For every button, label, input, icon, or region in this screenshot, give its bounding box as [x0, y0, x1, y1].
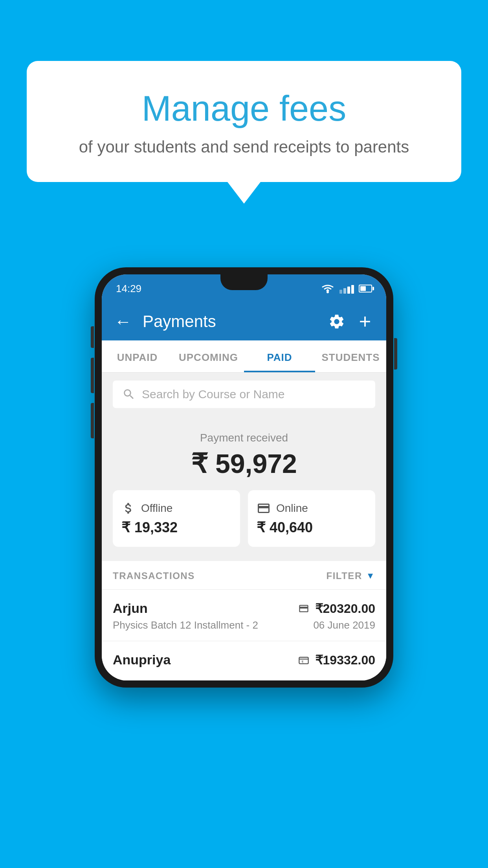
- speech-bubble-title: Manage fees: [50, 88, 438, 129]
- transactions-header: TRANSACTIONS FILTER ▼: [102, 561, 386, 590]
- search-box[interactable]: Search by Course or Name: [113, 381, 375, 408]
- phone-side-btn-silent: [91, 326, 94, 348]
- transaction-amount-wrap: ₹20320.00: [297, 601, 375, 616]
- status-bar: 14:29: [102, 274, 386, 303]
- filter-icon: ▼: [366, 571, 375, 581]
- phone-screen: 14:29: [102, 274, 386, 680]
- phone-side-btn-vol-up: [91, 358, 94, 393]
- tabs-bar: UNPAID UPCOMING PAID STUDENTS: [102, 340, 386, 373]
- search-icon: [122, 388, 136, 401]
- phone-wrapper: 14:29: [95, 267, 393, 688]
- svg-point-0: [327, 291, 329, 293]
- transaction-amount: ₹19332.00: [315, 653, 375, 668]
- wifi-icon: [321, 283, 335, 294]
- card-payment-icon: [297, 603, 310, 614]
- online-label: Online: [276, 502, 308, 515]
- transaction-amount: ₹20320.00: [315, 601, 375, 616]
- status-icons: [321, 283, 372, 294]
- search-container: Search by Course or Name: [102, 373, 386, 416]
- payment-cards: Offline ₹ 19,332 Online ₹ 40,640: [113, 490, 375, 547]
- filter-button[interactable]: FILTER ▼: [327, 570, 376, 581]
- tab-students[interactable]: STUDENTS: [315, 340, 386, 372]
- app-title: Payments: [143, 312, 328, 331]
- speech-bubble-pointer: [227, 182, 261, 204]
- transaction-course: Physics Batch 12 Installment - 2: [113, 619, 258, 631]
- transaction-row-top: Arjun ₹20320.00: [113, 601, 375, 616]
- online-payment-card: Online ₹ 40,640: [248, 490, 375, 547]
- svg-text:₹: ₹: [301, 660, 304, 664]
- header-icons: [328, 313, 374, 330]
- signal-bars-icon: [339, 283, 354, 294]
- online-payment-icon: [257, 501, 271, 515]
- speech-bubble: Manage fees of your students and send re…: [27, 61, 461, 182]
- phone-side-btn-vol-down: [91, 403, 94, 438]
- settings-icon[interactable]: [328, 313, 345, 330]
- phone-outer: 14:29: [95, 267, 393, 688]
- tab-paid[interactable]: PAID: [244, 340, 315, 372]
- phone-side-btn-power: [394, 338, 397, 370]
- battery-icon: [359, 285, 372, 292]
- cash-payment-icon: ₹: [297, 655, 310, 666]
- transaction-row[interactable]: Anupriya ₹ ₹19332.00: [102, 641, 386, 680]
- back-button[interactable]: ←: [114, 312, 132, 331]
- transaction-amount-wrap: ₹ ₹19332.00: [297, 653, 375, 668]
- tab-upcoming[interactable]: UPCOMING: [173, 340, 244, 372]
- transaction-row-top: Anupriya ₹ ₹19332.00: [113, 652, 375, 668]
- status-time: 14:29: [116, 283, 141, 295]
- transaction-name: Arjun: [113, 601, 148, 616]
- add-icon[interactable]: [356, 313, 374, 330]
- transaction-row-bottom: Physics Batch 12 Installment - 2 06 June…: [113, 619, 375, 631]
- offline-amount: ₹ 19,332: [121, 519, 178, 536]
- filter-text: FILTER: [327, 570, 362, 581]
- offline-label: Offline: [141, 502, 172, 515]
- transaction-date: 06 June 2019: [313, 619, 375, 631]
- online-amount: ₹ 40,640: [257, 519, 313, 536]
- offline-card-header: Offline: [121, 501, 172, 515]
- notch-cutout: [220, 274, 268, 290]
- search-placeholder-text: Search by Course or Name: [142, 388, 285, 401]
- payment-total-amount: ₹ 59,972: [113, 448, 375, 479]
- offline-payment-icon: [121, 501, 136, 515]
- payment-summary: Payment received ₹ 59,972 Offline ₹ 19,3…: [102, 416, 386, 561]
- speech-bubble-container: Manage fees of your students and send re…: [27, 61, 461, 204]
- tab-unpaid[interactable]: UNPAID: [102, 340, 173, 372]
- transaction-row[interactable]: Arjun ₹20320.00 Physics Batch 12 Install…: [102, 590, 386, 641]
- speech-bubble-subtitle: of your students and send receipts to pa…: [50, 138, 438, 156]
- transactions-label: TRANSACTIONS: [113, 570, 195, 581]
- transaction-name: Anupriya: [113, 652, 171, 668]
- offline-payment-card: Offline ₹ 19,332: [113, 490, 240, 547]
- payment-received-label: Payment received: [113, 432, 375, 444]
- online-card-header: Online: [257, 501, 308, 515]
- app-header: ← Payments: [102, 303, 386, 340]
